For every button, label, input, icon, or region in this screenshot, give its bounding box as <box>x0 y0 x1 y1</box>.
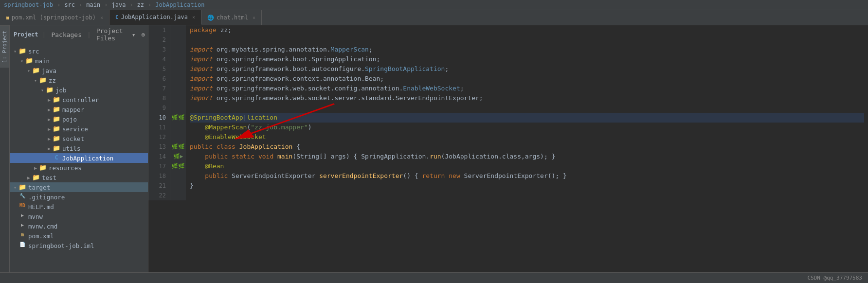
tree-item-target[interactable]: ▾ 📁 target <box>10 182 148 192</box>
code-line-8: import org.springframework.web.socket.se… <box>190 93 864 103</box>
sidebar-projectfiles-btn[interactable]: Project Files <box>95 27 125 42</box>
side-tab-project[interactable]: 1: Project <box>0 25 9 68</box>
tree-label-zz: zz <box>49 77 148 84</box>
code-line-4: import org.springframework.boot.SpringAp… <box>190 54 864 64</box>
tree-item-gitignore[interactable]: 🔧 .gitignore <box>10 192 148 202</box>
tree-label-java: java <box>42 67 148 74</box>
ln-8: 8 <box>150 93 166 103</box>
tab-pom-icon: m <box>6 15 9 21</box>
arrow-resources: ▶ <box>32 165 39 171</box>
tree-item-socket[interactable]: ▶ 📁 socket <box>10 134 148 143</box>
tab-jobapp-close[interactable]: × <box>192 15 195 20</box>
sidebar-locate-btn[interactable]: ⊕ <box>140 31 146 38</box>
gutter-10[interactable]: 🌿🌿 <box>171 113 185 123</box>
tree-item-main[interactable]: ▾ 📁 main <box>10 56 148 66</box>
arrow-src: ▾ <box>12 49 18 54</box>
folder-icon-job: 📁 <box>46 86 54 94</box>
breadcrumb-springboot-job[interactable]: springboot-job <box>4 1 53 8</box>
file-tree: ▾ 📁 src ▾ 📁 main ▾ 📁 java ▾ 📁 zz <box>10 44 148 252</box>
tree-label-target: target <box>28 184 148 191</box>
editor-wrapper: 1 2 3 4 5 6 7 8 9 10 11 12 13 14 17 18 2 <box>148 25 868 272</box>
tab-jobapp[interactable]: C JobApplication.java × <box>109 10 201 25</box>
ln-17: 17 <box>150 161 166 171</box>
code-line-6: import org.springframework.context.annot… <box>190 74 864 84</box>
sep3: › <box>104 1 108 8</box>
breadcrumb-jobapplication[interactable]: JobApplication <box>155 1 204 8</box>
tree-item-pojo[interactable]: ▶ 📁 pojo <box>10 114 148 124</box>
tree-item-mvnwcmd[interactable]: ▶ mvnw.cmd <box>10 221 148 231</box>
tab-chat[interactable]: 🌐 chat.html × <box>201 10 262 25</box>
code-line-21: } <box>190 181 864 191</box>
gutter-5 <box>171 64 185 74</box>
file-icon-gitignore: 🔧 <box>18 193 26 201</box>
code-editor[interactable]: 1 2 3 4 5 6 7 8 9 10 11 12 13 14 17 18 2 <box>148 25 868 200</box>
tree-item-mapper[interactable]: ▶ 📁 mapper <box>10 105 148 114</box>
sep2: › <box>79 1 82 8</box>
folder-icon-main: 📁 <box>25 57 33 65</box>
ln-4: 4 <box>150 54 166 64</box>
breadcrumb-java[interactable]: java <box>111 1 126 8</box>
file-icon-mvnw: ▶ <box>18 212 26 220</box>
gutter-6 <box>171 74 185 84</box>
ln-11: 11 <box>150 123 166 132</box>
ln-5: 5 <box>150 64 166 74</box>
folder-icon-service: 📁 <box>53 125 60 133</box>
code-line-9 <box>190 103 864 113</box>
tree-item-zz[interactable]: ▾ 📁 zz <box>10 75 148 85</box>
tree-label-mvnw: mvnw <box>28 213 148 220</box>
tree-item-job[interactable]: ▾ 📁 job <box>10 85 148 95</box>
arrow-zz: ▾ <box>32 78 39 83</box>
tree-label-main: main <box>35 57 148 65</box>
arrow-job: ▾ <box>39 88 46 93</box>
tree-item-utils[interactable]: ▶ 📁 utils <box>10 143 148 153</box>
folder-icon-pojo: 📁 <box>53 115 60 123</box>
code-area: 1 2 3 4 5 6 7 8 9 10 11 12 13 14 17 18 2 <box>148 25 868 200</box>
sidebar-packages-btn[interactable]: Packages <box>50 31 83 38</box>
tree-label-mvnwcmd: mvnw.cmd <box>28 223 148 230</box>
file-icon-helpmd: MD <box>18 203 26 211</box>
tab-bar: m pom.xml (springboot-job) × C JobApplic… <box>0 10 868 25</box>
tree-item-iml[interactable]: 📄 springboot-job.iml <box>10 241 148 250</box>
breadcrumb-zz[interactable]: zz <box>137 1 144 8</box>
breadcrumb-main[interactable]: main <box>86 1 100 8</box>
tree-item-java[interactable]: ▾ 📁 java <box>10 66 148 75</box>
ln-10: 10 <box>150 113 166 123</box>
tree-item-service[interactable]: ▶ 📁 service <box>10 124 148 134</box>
gutter-14[interactable]: 🌿▶ <box>171 152 185 161</box>
arrow-pojo: ▶ <box>46 117 53 122</box>
tree-item-test[interactable]: ▶ 📁 test <box>10 173 148 182</box>
tab-pom-close[interactable]: × <box>100 15 103 20</box>
code-line-7: import org.springframework.web.socket.co… <box>190 84 864 93</box>
gutter-12 <box>171 132 185 142</box>
tree-label-job: job <box>55 87 148 94</box>
tree-label-controller: controller <box>62 96 148 104</box>
code-line-17: @Bean <box>190 161 864 171</box>
sidebar-toolbar: Project | Packages | Project Files ▾ ⊕ ⇊… <box>10 25 148 44</box>
gutter-7 <box>171 84 185 93</box>
tree-item-resources[interactable]: ▶ 📁 resources <box>10 163 148 173</box>
tab-jobapp-label: JobApplication.java <box>121 14 188 20</box>
folder-icon-controller: 📁 <box>53 96 60 104</box>
gutter-13[interactable]: 🌿🌿 <box>171 142 185 152</box>
tree-item-pomxml[interactable]: m pom.xml <box>10 231 148 241</box>
breadcrumb-src[interactable]: src <box>64 1 75 8</box>
tab-pom-label: pom.xml (springboot-job) <box>12 14 96 21</box>
arrow-main: ▾ <box>18 58 25 64</box>
tree-item-src[interactable]: ▾ 📁 src <box>10 46 148 56</box>
gutter-9 <box>171 103 185 113</box>
tree-item-controller[interactable]: ▶ 📁 controller <box>10 95 148 105</box>
tab-chat-close[interactable]: × <box>253 15 255 20</box>
code-line-13: public class JobApplication { <box>190 142 864 152</box>
tree-item-mvnw[interactable]: ▶ mvnw <box>10 212 148 221</box>
tab-chat-icon: 🌐 <box>207 15 214 21</box>
tab-pom[interactable]: m pom.xml (springboot-job) × <box>0 10 109 25</box>
sidebar-dropdown-btn[interactable]: ▾ <box>130 31 137 38</box>
ln-14: 14 <box>150 152 166 161</box>
tree-item-jobapplication[interactable]: C JobApplication <box>10 153 148 163</box>
line-numbers: 1 2 3 4 5 6 7 8 9 10 11 12 13 14 17 18 2 <box>148 25 170 200</box>
tree-item-helpmd[interactable]: MD HELP.md <box>10 202 148 212</box>
code-line-14: public static void main(String[] args) {… <box>190 152 864 161</box>
class-icon-jobapplication: C <box>53 154 60 162</box>
tab-chat-label: chat.html <box>217 14 248 21</box>
gutter-17[interactable]: 🌿🌿 <box>171 161 185 171</box>
